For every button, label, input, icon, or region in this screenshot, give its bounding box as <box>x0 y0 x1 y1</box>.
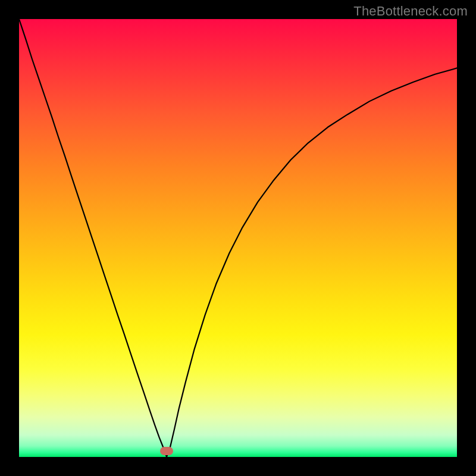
bottleneck-curve <box>19 19 457 457</box>
chart-frame: TheBottleneck.com <box>0 0 476 476</box>
watermark-text: TheBottleneck.com <box>353 4 468 19</box>
minimum-marker-icon <box>160 447 173 455</box>
plot-area <box>19 19 457 457</box>
curve-layer <box>19 19 457 457</box>
